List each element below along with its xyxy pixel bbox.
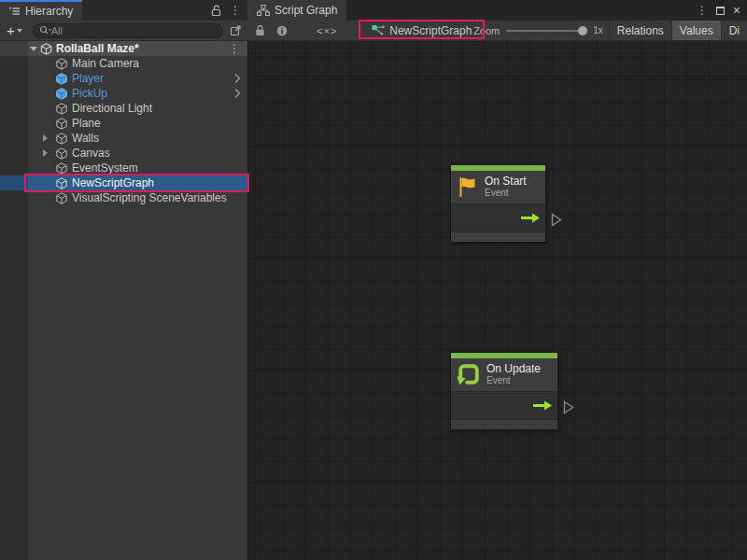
cube-icon <box>56 162 68 175</box>
hierarchy-item-plane[interactable]: Plane <box>0 116 247 131</box>
tab-hierarchy-label: Hierarchy <box>25 5 73 18</box>
lock-icon[interactable] <box>255 24 265 36</box>
close-icon[interactable]: × <box>733 4 740 17</box>
cube-icon <box>56 58 68 70</box>
pick-window-icon <box>230 24 242 36</box>
plus-icon: + <box>7 22 15 38</box>
hierarchy-item-main-camera[interactable]: Main Camera <box>0 56 247 71</box>
foldout-closed-icon[interactable] <box>43 134 48 142</box>
item-label: Plane <box>72 117 247 130</box>
values-button[interactable]: Values <box>671 21 721 41</box>
node-title: On Update <box>486 362 541 375</box>
unlock-icon[interactable] <box>211 5 221 17</box>
prefab-cube-icon <box>56 88 68 100</box>
item-label: Player <box>72 72 234 85</box>
zoom-slider-handle[interactable] <box>578 26 587 35</box>
node-subtitle: Event <box>486 375 541 386</box>
cube-icon <box>56 192 68 204</box>
search-icon <box>39 25 51 35</box>
window-menu-kebab-icon[interactable]: ⋮ <box>697 5 708 16</box>
item-label: PickUp <box>72 87 234 100</box>
foldout-open-icon[interactable] <box>30 47 37 51</box>
prefab-cube-icon <box>56 73 68 85</box>
hierarchy-menu-kebab-icon[interactable]: ⋮ <box>230 5 241 16</box>
unity-scene-icon <box>40 43 52 55</box>
hierarchy-item-player[interactable]: Player <box>0 71 247 86</box>
hierarchy-item-walls[interactable]: Walls <box>0 131 247 146</box>
chevron-right-icon[interactable] <box>234 88 247 99</box>
tab-script-graph[interactable]: Script Graph <box>247 0 346 21</box>
unity-editor-window: Hierarchy ⋮ + <box>0 0 747 560</box>
node-on-start[interactable]: On Start Event <box>450 164 546 243</box>
hierarchy-item-canvas[interactable]: Canvas <box>0 146 247 161</box>
graph-icon <box>257 5 270 16</box>
hierarchy-item-eventsystem[interactable]: EventSystem <box>0 161 247 175</box>
cube-icon <box>56 133 68 145</box>
hierarchy-item-newscriptgraph[interactable]: NewScriptGraph <box>0 175 247 190</box>
item-label: NewScriptGraph <box>72 176 247 189</box>
tab-bar-spacer <box>346 0 696 21</box>
add-object-button[interactable]: + <box>4 22 25 38</box>
zoom-slider[interactable] <box>506 30 586 32</box>
scene-picker-button[interactable] <box>227 23 244 38</box>
hierarchy-icon <box>9 7 21 16</box>
zoom-value: 1x <box>593 25 603 35</box>
item-label: VisualScripting SceneVariables <box>72 191 247 204</box>
hierarchy-item-directional-light[interactable]: Directional Light <box>0 101 247 116</box>
flow-arrow-icon <box>532 400 553 411</box>
relations-button[interactable]: Relations <box>609 21 671 41</box>
search-input[interactable] <box>51 25 217 36</box>
tab-bar-spacer <box>82 0 211 21</box>
node-port-row[interactable] <box>451 204 545 232</box>
scene-menu-kebab-icon[interactable]: ⋮ <box>229 43 247 54</box>
cube-icon <box>56 103 68 115</box>
item-label: Main Camera <box>72 57 247 70</box>
chevron-down-icon <box>17 29 22 33</box>
node-footer <box>451 420 557 429</box>
output-port-on-update[interactable] <box>563 400 574 414</box>
zoom-control: Zoom 1x <box>473 25 609 36</box>
graph-tab-bar: Script Graph ⋮ × <box>247 0 747 21</box>
maximize-icon[interactable] <box>716 7 725 15</box>
dim-button[interactable]: Di <box>721 21 747 41</box>
scene-name: RollaBall Maze* <box>56 42 229 55</box>
cube-icon <box>56 177 68 189</box>
graph-breadcrumb[interactable]: NewScriptGraph <box>372 24 472 37</box>
script-graph-asset-icon <box>372 24 385 36</box>
hierarchy-panel: Hierarchy ⋮ + <box>0 0 247 560</box>
node-subtitle: Event <box>485 188 527 199</box>
cube-icon <box>56 118 68 130</box>
loop-icon <box>457 362 481 386</box>
output-port-on-start[interactable] <box>551 213 562 227</box>
scene-header-row[interactable]: RollaBall Maze* ⋮ <box>0 41 247 56</box>
item-label: Canvas <box>72 147 247 160</box>
foldout-closed-icon[interactable] <box>43 149 48 157</box>
node-on-update[interactable]: On Update Event <box>450 352 558 430</box>
flag-icon <box>457 175 479 199</box>
info-icon[interactable] <box>276 25 288 36</box>
item-label: Walls <box>72 132 247 145</box>
hierarchy-tab-bar: Hierarchy ⋮ <box>0 0 247 21</box>
hierarchy-search-field[interactable] <box>33 23 223 38</box>
chevron-right-icon[interactable] <box>234 73 247 84</box>
hierarchy-item-pickup[interactable]: PickUp <box>0 86 247 101</box>
cube-icon <box>56 147 68 160</box>
node-footer <box>451 232 545 242</box>
graph-toolbar: <×> NewScriptGraph Zoom 1x Relations Val… <box>247 21 747 41</box>
node-port-row[interactable] <box>451 392 557 420</box>
tab-hierarchy[interactable]: Hierarchy <box>0 0 82 21</box>
code-view-icon[interactable]: <×> <box>317 25 337 36</box>
tab-script-graph-label: Script Graph <box>275 4 337 17</box>
item-label: Directional Light <box>72 102 247 115</box>
script-graph-panel: Script Graph ⋮ × <box>247 0 747 560</box>
item-label: EventSystem <box>72 161 247 175</box>
zoom-label: Zoom <box>473 25 500 36</box>
graph-name: NewScriptGraph <box>389 24 472 37</box>
hierarchy-tree: RollaBall Maze* ⋮ Main Camera Player <box>0 41 247 560</box>
hierarchy-item-scenevariables[interactable]: VisualScripting SceneVariables <box>0 190 247 205</box>
flow-arrow-icon <box>520 213 541 223</box>
node-title: On Start <box>485 175 527 188</box>
graph-canvas[interactable]: On Start Event <box>247 41 747 560</box>
hierarchy-toolbar: + <box>0 21 247 41</box>
